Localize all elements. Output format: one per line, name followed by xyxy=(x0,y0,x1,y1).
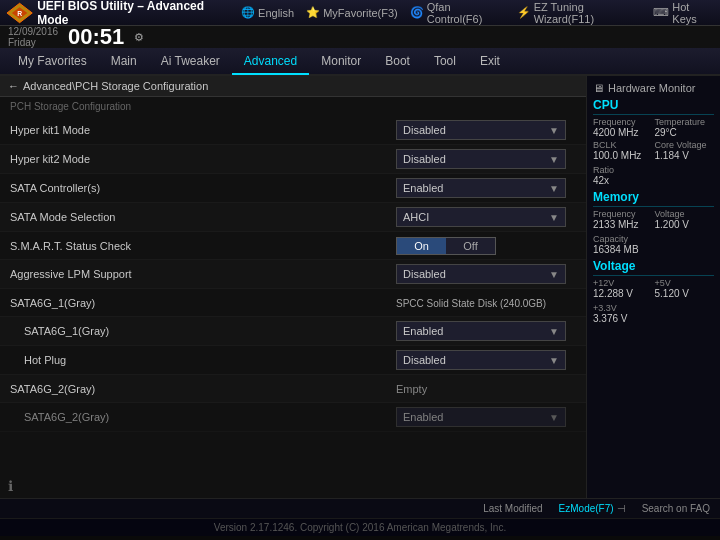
logo-area: R UEFI BIOS Utility – Advanced Mode xyxy=(6,0,233,27)
info-icon-area: ℹ xyxy=(0,474,586,498)
toggle-off[interactable]: Off xyxy=(446,238,495,254)
table-row: SATA Mode Selection AHCI ▼ xyxy=(0,203,586,232)
row-value: Enabled ▼ xyxy=(396,321,576,341)
row-label: SATA Mode Selection xyxy=(10,211,396,223)
sata6g1-dropdown[interactable]: Enabled ▼ xyxy=(396,321,566,341)
cpu-temperature: Temperature 29°C xyxy=(655,117,715,138)
hot-plug-dropdown[interactable]: Disabled ▼ xyxy=(396,350,566,370)
table-row: Hot Plug Disabled ▼ xyxy=(0,346,586,375)
row-value: Disabled ▼ xyxy=(396,264,576,284)
nav-main[interactable]: Main xyxy=(99,48,149,74)
voltage-5v: +5V 5.120 V xyxy=(655,278,715,299)
smart-toggle: On Off xyxy=(396,237,496,255)
sata-controller-dropdown[interactable]: Enabled ▼ xyxy=(396,178,566,198)
table-row: Aggressive LPM Support Disabled ▼ xyxy=(0,260,586,289)
ezmode-button[interactable]: EzMode(F7) ⊣ xyxy=(559,503,626,514)
toggle-on[interactable]: On xyxy=(397,238,446,254)
svg-text:R: R xyxy=(17,9,22,16)
cpu-voltage: Core Voltage 1.184 V xyxy=(655,140,715,161)
monitor-icon: 🖥 xyxy=(593,82,604,94)
datetime-bar: 12/09/2016 Friday 00:51 ⚙ xyxy=(0,26,720,48)
memory-voltage: Voltage 1.200 V xyxy=(655,209,715,230)
row-value: AHCI ▼ xyxy=(396,207,576,227)
table-row: SATA Controller(s) Enabled ▼ xyxy=(0,174,586,203)
sata6g2-dropdown[interactable]: Enabled ▼ xyxy=(396,407,566,427)
memory-capacity: Capacity 16384 MB xyxy=(593,234,714,255)
hyper-kit1-dropdown[interactable]: Disabled ▼ xyxy=(396,120,566,140)
section-title: PCH Storage Configuration xyxy=(0,97,586,116)
memory-section-header: Memory xyxy=(593,190,714,207)
nav-exit[interactable]: Exit xyxy=(468,48,512,74)
nav-ai-tweaker[interactable]: Ai Tweaker xyxy=(149,48,232,74)
table-row: Hyper kit1 Mode Disabled ▼ xyxy=(0,116,586,145)
row-value: Enabled ▼ xyxy=(396,178,576,198)
bottom-bar: Last Modified EzMode(F7) ⊣ Search on FAQ xyxy=(0,498,720,518)
cpu-bclk: BCLK 100.0 MHz xyxy=(593,140,653,161)
back-button[interactable]: ← xyxy=(8,80,19,92)
my-favorites-button[interactable]: ⭐ MyFavorite(F3) xyxy=(306,6,398,19)
row-label: SATA Controller(s) xyxy=(10,182,396,194)
table-row: SATA6G_1(Gray) Enabled ▼ xyxy=(0,317,586,346)
lpm-support-dropdown[interactable]: Disabled ▼ xyxy=(396,264,566,284)
cpu-stats: Frequency 4200 MHz Temperature 29°C BCLK… xyxy=(593,117,714,161)
row-value: Empty xyxy=(396,382,576,396)
settings-gear-icon[interactable]: ⚙ xyxy=(134,31,144,44)
table-row: Hyper kit2 Mode Disabled ▼ xyxy=(0,145,586,174)
table-row: SATA6G_1(Gray) SPCC Solid State Disk (24… xyxy=(0,289,586,317)
cpu-section-header: CPU xyxy=(593,98,714,115)
row-label: Hot Plug xyxy=(24,354,396,366)
dropdown-arrow-icon: ▼ xyxy=(549,412,559,423)
breadcrumb: ← Advanced\PCH Storage Configuration xyxy=(0,76,586,97)
voltage-33v: +3.3V 3.376 V xyxy=(593,303,714,324)
ez-tuning-button[interactable]: ⚡ EZ Tuning Wizard(F11) xyxy=(517,1,642,25)
hot-keys-button[interactable]: ⌨ Hot Keys xyxy=(653,1,714,25)
top-info-bar: 🌐 English ⭐ MyFavorite(F3) 🌀 Qfan Contro… xyxy=(241,1,714,25)
nav-my-favorites[interactable]: My Favorites xyxy=(6,48,99,74)
row-value: Disabled ▼ xyxy=(396,149,576,169)
row-value: SPCC Solid State Disk (240.0GB) xyxy=(396,296,576,310)
hyper-kit2-dropdown[interactable]: Disabled ▼ xyxy=(396,149,566,169)
nav-monitor[interactable]: Monitor xyxy=(309,48,373,74)
table-row: SATA6G_2(Gray) Empty xyxy=(0,375,586,403)
row-label: Hyper kit1 Mode xyxy=(10,124,396,136)
voltage-stats: +12V 12.288 V +5V 5.120 V xyxy=(593,278,714,299)
memory-frequency: Frequency 2133 MHz xyxy=(593,209,653,230)
sata6g2-info: Empty xyxy=(396,383,427,395)
row-label: SATA6G_1(Gray) xyxy=(24,325,396,337)
row-label: Aggressive LPM Support xyxy=(10,268,396,280)
config-table: Hyper kit1 Mode Disabled ▼ Hyper kit2 Mo… xyxy=(0,116,586,474)
sata-mode-dropdown[interactable]: AHCI ▼ xyxy=(396,207,566,227)
nav-tool[interactable]: Tool xyxy=(422,48,468,74)
nav-advanced[interactable]: Advanced xyxy=(232,49,309,75)
dropdown-arrow-icon: ▼ xyxy=(549,212,559,223)
qfan-button[interactable]: 🌀 Qfan Control(F6) xyxy=(410,1,505,25)
dropdown-arrow-icon: ▼ xyxy=(549,326,559,337)
last-modified-label: Last Modified xyxy=(483,503,542,514)
window-title: UEFI BIOS Utility – Advanced Mode xyxy=(37,0,233,27)
row-value: Disabled ▼ xyxy=(396,120,576,140)
row-label: SATA6G_2(Gray) xyxy=(10,383,396,395)
hardware-monitor-title: 🖥 Hardware Monitor xyxy=(593,82,714,94)
date-display: 12/09/2016 Friday xyxy=(8,26,58,48)
memory-stats: Frequency 2133 MHz Voltage 1.200 V xyxy=(593,209,714,230)
dropdown-arrow-icon: ▼ xyxy=(549,154,559,165)
table-row: SATA6G_2(Gray) Enabled ▼ xyxy=(0,403,586,432)
dropdown-arrow-icon: ▼ xyxy=(549,355,559,366)
footer-text: Version 2.17.1246. Copyright (C) 2016 Am… xyxy=(214,522,506,533)
nav-boot[interactable]: Boot xyxy=(373,48,422,74)
main-layout: ← Advanced\PCH Storage Configuration PCH… xyxy=(0,76,720,498)
language-selector[interactable]: 🌐 English xyxy=(241,6,294,19)
row-label: S.M.A.R.T. Status Check xyxy=(10,240,396,252)
breadcrumb-path: Advanced\PCH Storage Configuration xyxy=(23,80,208,92)
row-value: Enabled ▼ xyxy=(396,407,576,427)
row-value: Disabled ▼ xyxy=(396,350,576,370)
hardware-monitor-panel: 🖥 Hardware Monitor CPU Frequency 4200 MH… xyxy=(586,76,720,498)
table-row: S.M.A.R.T. Status Check On Off xyxy=(0,232,586,260)
row-label: SATA6G_1(Gray) xyxy=(10,297,396,309)
dropdown-arrow-icon: ▼ xyxy=(549,183,559,194)
nav-bar: My Favorites Main Ai Tweaker Advanced Mo… xyxy=(0,48,720,76)
voltage-12v: +12V 12.288 V xyxy=(593,278,653,299)
search-faq-button[interactable]: Search on FAQ xyxy=(642,503,710,514)
content-area: ← Advanced\PCH Storage Configuration PCH… xyxy=(0,76,586,498)
rog-logo-icon: R xyxy=(6,2,33,24)
